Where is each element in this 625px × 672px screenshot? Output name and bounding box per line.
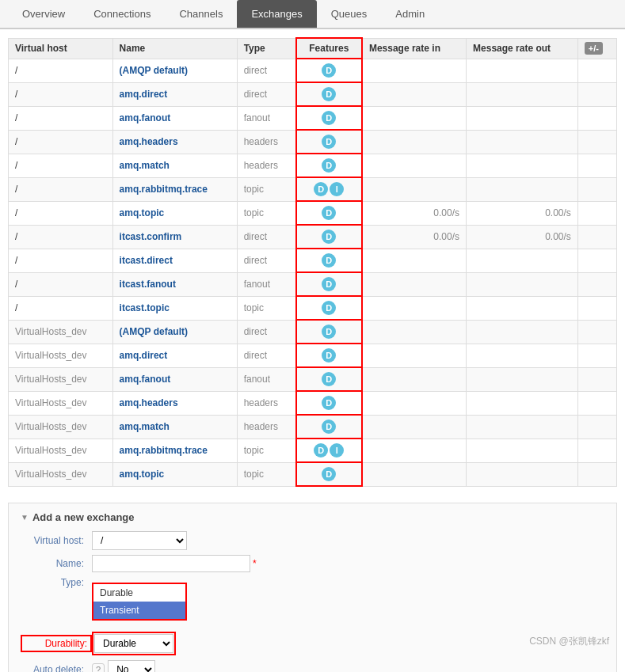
cell-type: fanout xyxy=(237,367,296,391)
cell-action xyxy=(577,106,616,130)
name-row: Name: * xyxy=(21,555,604,572)
vhost-row: Virtual host: / VirtualHosts_dev xyxy=(21,531,604,550)
cell-rate-out xyxy=(467,272,578,296)
cell-features: DI xyxy=(296,177,362,201)
feature-badge: I xyxy=(330,443,344,457)
auto-delete-select[interactable]: No Yes xyxy=(108,660,155,672)
cell-type: fanout xyxy=(237,106,296,130)
cell-vhost: VirtualHosts_dev xyxy=(9,367,113,391)
table-row[interactable]: / (AMQP default) direct D xyxy=(9,59,617,82)
cell-features: D xyxy=(296,201,362,225)
table-row[interactable]: / amq.match headers D xyxy=(9,154,617,177)
cell-rate-in xyxy=(362,320,467,344)
cell-action xyxy=(577,391,616,415)
cell-action xyxy=(577,225,616,249)
cell-action xyxy=(577,367,616,391)
name-label: Name: xyxy=(21,558,92,569)
feature-badge: D xyxy=(322,420,336,434)
cell-features: D xyxy=(296,130,362,154)
cell-name: itcast.direct xyxy=(112,249,237,272)
table-row[interactable]: VirtualHosts_dev amq.fanout fanout D xyxy=(9,367,617,391)
cell-type: headers xyxy=(237,415,296,439)
cell-type: direct xyxy=(237,320,296,344)
feature-badge: D xyxy=(314,182,328,196)
table-row[interactable]: / itcast.direct direct D xyxy=(9,249,617,272)
feature-badge: D xyxy=(322,63,336,78)
tab-connections[interactable]: Connections xyxy=(79,0,165,28)
table-row[interactable]: VirtualHosts_dev amq.direct direct D xyxy=(9,344,617,367)
col-header-type: Type xyxy=(237,38,296,59)
cell-vhost: VirtualHosts_dev xyxy=(9,344,113,367)
cell-features: D xyxy=(296,320,362,344)
cell-type: headers xyxy=(237,154,296,177)
table-row[interactable]: / amq.topic topic D 0.00/s 0.00/s xyxy=(9,201,617,225)
cell-name: amq.fanout xyxy=(112,106,237,130)
cell-rate-out xyxy=(467,130,578,154)
cell-vhost: / xyxy=(9,177,113,201)
cell-type: headers xyxy=(237,391,296,415)
table-row[interactable]: VirtualHosts_dev (AMQP default) direct D xyxy=(9,320,617,344)
tab-exchanges[interactable]: Exchanges xyxy=(237,0,316,28)
feature-badge: I xyxy=(330,182,344,196)
cell-rate-out xyxy=(467,415,578,439)
cell-type: direct xyxy=(237,82,296,106)
table-row[interactable]: VirtualHosts_dev amq.headers headers D xyxy=(9,391,617,415)
cell-type: headers xyxy=(237,130,296,154)
cell-action xyxy=(577,415,616,439)
cell-rate-out xyxy=(467,391,578,415)
col-header-rate-out: Message rate out xyxy=(467,38,578,59)
table-row[interactable]: / itcast.fanout fanout D xyxy=(9,272,617,296)
table-row[interactable]: / itcast.confirm direct D 0.00/s 0.00/s xyxy=(9,225,617,249)
cell-name: amq.direct xyxy=(112,82,237,106)
cell-features: D xyxy=(296,367,362,391)
name-input[interactable] xyxy=(92,555,250,572)
cell-rate-in xyxy=(362,249,467,272)
table-row[interactable]: / amq.rabbitmq.trace topic DI xyxy=(9,177,617,201)
tab-admin[interactable]: Admin xyxy=(381,0,439,28)
type-option-durable[interactable]: Durable xyxy=(93,584,185,602)
feature-badge: D xyxy=(322,87,336,101)
type-dropdown-list: Durable Transient xyxy=(92,583,187,621)
cell-features: D xyxy=(296,272,362,296)
cell-action xyxy=(577,201,616,225)
cell-rate-out xyxy=(467,106,578,130)
table-row[interactable]: VirtualHosts_dev amq.match headers D xyxy=(9,415,617,439)
vhost-select[interactable]: / VirtualHosts_dev xyxy=(92,531,187,550)
tab-queues[interactable]: Queues xyxy=(317,0,382,28)
cell-type: topic xyxy=(237,439,296,462)
type-option-transient[interactable]: Transient xyxy=(93,602,185,619)
cell-rate-out xyxy=(467,320,578,344)
watermark: CSDN @张凯锋zkf xyxy=(529,635,609,648)
cell-vhost: / xyxy=(9,130,113,154)
auto-delete-hint[interactable]: ? xyxy=(92,663,105,672)
required-star: * xyxy=(253,558,257,569)
table-row[interactable]: / amq.fanout fanout D xyxy=(9,106,617,130)
cell-rate-out xyxy=(467,154,578,177)
table-row[interactable]: / amq.direct direct D xyxy=(9,82,617,106)
col-header-plus-minus: +/- xyxy=(577,38,616,59)
feature-badge: D xyxy=(322,325,336,339)
cell-vhost: / xyxy=(9,201,113,225)
cell-rate-out xyxy=(467,439,578,462)
durability-select[interactable]: Durable Transient xyxy=(94,634,173,653)
table-row[interactable]: / amq.headers headers D xyxy=(9,130,617,154)
tab-channels[interactable]: Channels xyxy=(165,0,237,28)
tab-overview[interactable]: Overview xyxy=(8,0,79,28)
cell-action xyxy=(577,82,616,106)
cell-name: amq.fanout xyxy=(112,367,237,391)
durability-row: Durability: Durable Transient xyxy=(21,632,604,655)
table-row[interactable]: VirtualHosts_dev amq.rabbitmq.trace topi… xyxy=(9,439,617,462)
cell-name: (AMQP default) xyxy=(112,320,237,344)
plus-minus-button[interactable]: +/- xyxy=(585,42,603,55)
cell-vhost: VirtualHosts_dev xyxy=(9,320,113,344)
table-row[interactable]: VirtualHosts_dev amq.topic topic D xyxy=(9,462,617,486)
cell-features: D xyxy=(296,391,362,415)
cell-type: topic xyxy=(237,201,296,225)
table-row[interactable]: / itcast.topic topic D xyxy=(9,296,617,320)
cell-rate-in xyxy=(362,367,467,391)
cell-rate-in xyxy=(362,154,467,177)
cell-rate-in: 0.00/s xyxy=(362,201,467,225)
cell-rate-in xyxy=(362,344,467,367)
cell-name: amq.rabbitmq.trace xyxy=(112,177,237,201)
cell-action xyxy=(577,177,616,201)
